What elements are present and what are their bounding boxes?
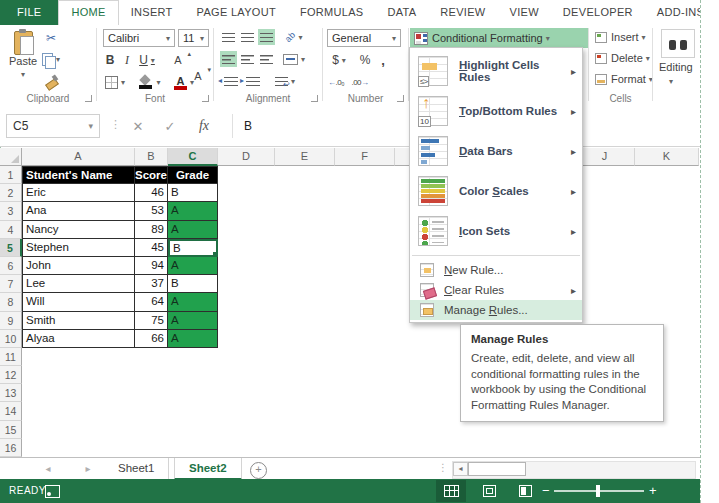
cell-C4[interactable]: A: [168, 221, 218, 239]
align-left-button[interactable]: [220, 51, 237, 67]
horizontal-scrollbar[interactable]: [452, 461, 696, 479]
menu-item-top-bottom-rules[interactable]: Top/Bottom Rules: [410, 91, 582, 131]
bold-button[interactable]: B: [103, 52, 117, 68]
cell-B7[interactable]: 37: [135, 275, 168, 293]
top-align-button[interactable]: [220, 29, 237, 45]
sheet-nav-right-icon[interactable]: [78, 458, 98, 480]
ribbon-tab-view[interactable]: VIEW: [498, 0, 551, 25]
cell-C6[interactable]: A: [168, 257, 218, 275]
cell-A4[interactable]: Nancy: [22, 221, 135, 239]
cell-B9[interactable]: 75: [135, 312, 168, 330]
row-header-4[interactable]: 4: [0, 221, 22, 239]
zoom-slider-thumb[interactable]: [596, 485, 600, 497]
copy-button[interactable]: [42, 51, 60, 67]
align-center-button[interactable]: [239, 51, 256, 67]
cut-button[interactable]: ✂: [42, 30, 60, 46]
page-layout-view-button[interactable]: [474, 480, 504, 502]
comma-button[interactable]: ,: [377, 52, 389, 68]
row-header-7[interactable]: 7: [0, 275, 22, 293]
row-header-9[interactable]: 9: [0, 312, 22, 330]
cell-A1[interactable]: Student's Name: [22, 166, 135, 184]
scroll-left-icon[interactable]: [453, 462, 468, 476]
decrease-decimal-button[interactable]: .00→: [349, 74, 371, 90]
cell-B6[interactable]: 94: [135, 257, 168, 275]
column-header-F[interactable]: F: [335, 148, 395, 166]
menu-item-highlight-cells-rules[interactable]: Highlight Cells Rules: [410, 51, 582, 91]
percent-button[interactable]: %: [357, 52, 373, 68]
cell-B5[interactable]: 45: [135, 239, 168, 257]
column-header-A[interactable]: A: [22, 148, 135, 166]
row-header-6[interactable]: 6: [0, 257, 22, 275]
underline-button[interactable]: U: [135, 52, 159, 68]
ribbon-tab-add-ins[interactable]: ADD-INS: [645, 0, 700, 25]
row-header-5[interactable]: 5: [0, 239, 22, 257]
conditional-formatting-button[interactable]: Conditional Formatting: [410, 28, 588, 48]
row-header-8[interactable]: 8: [0, 293, 22, 311]
cell-C1[interactable]: Grade: [168, 166, 218, 184]
font-name-select[interactable]: Calibri: [103, 29, 175, 47]
zoom-out-button[interactable]: −: [542, 479, 550, 503]
currency-button[interactable]: $: [327, 52, 351, 68]
cell-A8[interactable]: Will: [22, 293, 135, 311]
row-header-12[interactable]: 12: [0, 366, 22, 384]
clipboard-dialog-launcher-icon[interactable]: [85, 95, 92, 102]
decrease-indent-button[interactable]: [222, 73, 240, 89]
ribbon-tab-file[interactable]: FILE: [0, 0, 58, 25]
scrollbar-thumb[interactable]: [468, 462, 526, 476]
ribbon-tab-page-layout[interactable]: PAGE LAYOUT: [185, 0, 288, 25]
column-header-E[interactable]: E: [275, 148, 335, 166]
borders-button[interactable]: [103, 74, 127, 90]
cell-A10[interactable]: Alyaa: [22, 330, 135, 348]
middle-align-button[interactable]: [239, 29, 256, 45]
insert-cells-button[interactable]: Insert: [595, 29, 646, 45]
delete-cells-button[interactable]: Delete: [595, 50, 650, 66]
cell-A5[interactable]: Stephen: [22, 239, 135, 257]
number-format-select[interactable]: General: [327, 29, 401, 47]
cell-B4[interactable]: 89: [135, 221, 168, 239]
menu-item-new-rule[interactable]: New Rule...: [410, 260, 582, 280]
cell-C8[interactable]: A: [168, 293, 218, 311]
cancel-button[interactable]: ✕: [126, 114, 150, 138]
tab-strip-splitter[interactable]: ⋮: [438, 462, 448, 473]
cell-B10[interactable]: 66: [135, 330, 168, 348]
row-header-16[interactable]: 16: [0, 439, 22, 457]
increase-indent-button[interactable]: [244, 73, 262, 89]
cell-B1[interactable]: Score: [135, 166, 168, 184]
row-header-10[interactable]: 10: [0, 330, 22, 348]
wrap-text-button[interactable]: [272, 73, 298, 89]
grow-font-button[interactable]: A: [171, 52, 185, 68]
sheet-tab-sheet2[interactable]: Sheet2: [174, 458, 242, 480]
cell-B2[interactable]: 46: [135, 184, 168, 202]
column-header-K[interactable]: K: [635, 148, 699, 166]
sheet-nav-left-icon[interactable]: [38, 458, 58, 480]
ribbon-tab-review[interactable]: REVIEW: [428, 0, 497, 25]
cell-C5[interactable]: B: [168, 239, 218, 257]
row-header-3[interactable]: 3: [0, 202, 22, 220]
column-header-D[interactable]: D: [218, 148, 275, 166]
cell-B3[interactable]: 53: [135, 202, 168, 220]
new-sheet-button[interactable]: [250, 462, 267, 479]
normal-view-button[interactable]: [436, 480, 466, 502]
select-all-corner[interactable]: [0, 148, 22, 166]
ribbon-tab-insert[interactable]: INSERT: [119, 0, 185, 25]
editing-dropdown-arrow[interactable]: ▾: [669, 77, 673, 86]
row-header-15[interactable]: 15: [0, 421, 22, 439]
find-select-button[interactable]: [661, 29, 695, 58]
fill-handle[interactable]: [212, 251, 218, 257]
cell-C3[interactable]: A: [168, 202, 218, 220]
row-header-2[interactable]: 2: [0, 184, 22, 202]
row-header-11[interactable]: 11: [0, 348, 22, 366]
alignment-dialog-launcher-icon[interactable]: [311, 95, 318, 102]
format-painter-button[interactable]: [42, 73, 60, 89]
font-size-select[interactable]: 11: [178, 29, 209, 47]
number-dialog-launcher-icon[interactable]: [397, 95, 404, 102]
cell-C7[interactable]: B: [168, 275, 218, 293]
align-right-button[interactable]: [258, 51, 275, 67]
column-header-C[interactable]: C: [168, 148, 218, 166]
formula-bar-splitter[interactable]: ⋮: [110, 118, 121, 131]
menu-item-icon-sets[interactable]: Icon Sets: [410, 211, 582, 251]
column-header-J[interactable]: J: [575, 148, 635, 166]
menu-item-data-bars[interactable]: Data Bars: [410, 131, 582, 171]
row-header-13[interactable]: 13: [0, 384, 22, 402]
merge-center-button[interactable]: [280, 51, 308, 67]
